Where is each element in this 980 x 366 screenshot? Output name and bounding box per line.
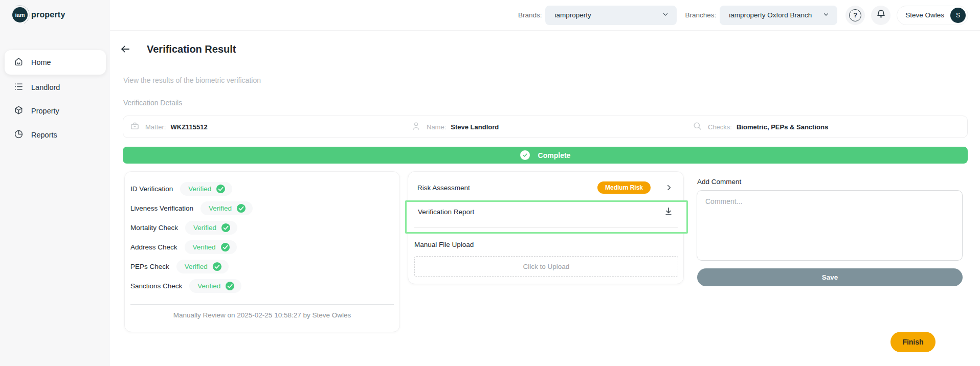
matter-field: Matter: WKZ115512 <box>123 116 405 138</box>
add-comment-label: Add Comment <box>697 178 741 186</box>
sidebar-item-property[interactable]: Property <box>5 99 106 123</box>
brands-label: Brands: <box>518 11 542 19</box>
verified-badge: Verified <box>185 240 237 254</box>
details-section-label: Verification Details <box>123 99 182 107</box>
download-icon <box>663 206 674 217</box>
check-label: ID Verification <box>130 185 173 193</box>
upload-button-label: Click to Upload <box>523 263 570 270</box>
notifications-button[interactable] <box>871 6 890 25</box>
check-label: PEPs Check <box>130 263 169 270</box>
verification-report-label: Verification Report <box>418 208 474 216</box>
sidebar-item-label: Property <box>31 107 59 115</box>
check-circle-icon <box>216 184 226 194</box>
search-icon <box>693 121 702 133</box>
risk-assessment-label: Risk Assessment <box>417 184 470 192</box>
verified-label: Verified <box>193 243 216 251</box>
verified-badge: Verified <box>201 201 253 215</box>
check-circle-icon <box>225 281 235 291</box>
checks-label: Checks: <box>708 123 732 131</box>
divider <box>130 304 394 305</box>
verified-badge: Verified <box>185 221 237 235</box>
verified-badge: Verified <box>180 182 232 196</box>
check-circle-icon <box>220 242 230 252</box>
risk-level-badge: Medium Risk <box>597 181 651 194</box>
check-label: Sanctions Check <box>130 282 182 290</box>
avatar: S <box>950 8 966 23</box>
chevron-down-icon <box>662 11 669 19</box>
back-button[interactable] <box>120 43 132 56</box>
check-row: Mortality Check Verified <box>130 218 394 237</box>
chevron-down-icon <box>822 11 830 19</box>
risk-assessment-row[interactable]: Risk Assessment Medium Risk <box>417 177 673 198</box>
verified-label: Verified <box>209 204 232 212</box>
verification-report-row[interactable]: Verification Report <box>405 200 688 234</box>
branches-select-value: iamproperty Oxford Branch <box>729 11 812 19</box>
checks-list: ID Verification Verified Liveness Verifi… <box>130 179 394 295</box>
divider <box>414 227 678 227</box>
home-icon <box>14 57 24 68</box>
check-circle-icon <box>221 223 231 233</box>
name-field: Name: Steve Landlord <box>405 116 686 138</box>
topbar: Brands: iamproperty Branches: iampropert… <box>110 0 980 31</box>
click-to-upload-button[interactable]: Click to Upload <box>414 256 678 277</box>
brands-select-value: iamproperty <box>554 11 591 19</box>
user-menu[interactable]: Steve Owles S <box>897 6 968 25</box>
pie-chart-icon <box>14 129 24 141</box>
help-button[interactable]: ? <box>845 6 865 25</box>
sidebar-item-label: Home <box>31 58 51 66</box>
verification-checks-card: ID Verification Verified Liveness Verifi… <box>124 171 400 332</box>
name-value: Steve Landlord <box>451 123 499 131</box>
status-banner-label: Complete <box>538 151 571 159</box>
check-row: Address Check Verified <box>130 237 394 257</box>
logo-wordmark: property <box>31 10 65 19</box>
page-subtitle: View the results of the biometric verifi… <box>123 76 261 84</box>
comment-input[interactable] <box>697 190 963 261</box>
bell-icon <box>876 9 886 21</box>
iamproperty-logo: iam property <box>12 7 65 22</box>
check-row: Sanctions Check Verified <box>130 276 394 295</box>
save-button[interactable]: Save <box>697 268 963 286</box>
verified-label: Verified <box>188 185 211 193</box>
verified-badge: Verified <box>176 260 229 273</box>
brands-select[interactable]: iamproperty <box>545 6 677 25</box>
check-circle-icon <box>212 262 222 271</box>
check-circle-icon <box>520 150 530 160</box>
check-label: Mortality Check <box>130 224 178 232</box>
manual-file-upload-label: Manual File Upload <box>414 241 474 248</box>
matter-value: WKZ115512 <box>170 123 207 131</box>
check-label: Address Check <box>130 243 177 251</box>
download-report-button[interactable] <box>663 206 674 217</box>
check-circle-icon <box>236 203 246 213</box>
list-icon <box>14 82 24 93</box>
verified-label: Verified <box>185 263 208 270</box>
sidebar-item-home[interactable]: Home <box>5 50 106 75</box>
finish-button[interactable]: Finish <box>890 332 936 352</box>
briefcase-icon <box>130 121 140 133</box>
verified-label: Verified <box>193 224 216 232</box>
chevron-right-icon <box>665 184 673 192</box>
sidebar-item-reports[interactable]: Reports <box>5 123 106 147</box>
name-label: Name: <box>427 123 446 131</box>
check-row: ID Verification Verified <box>130 179 394 198</box>
check-row: Liveness Verification Verified <box>130 198 394 218</box>
manual-review-note: Manually Review on 2025-02-25 10:58:27 b… <box>130 311 394 319</box>
app-window: iam property Home Landlord <box>0 0 980 366</box>
page-title: Verification Result <box>147 43 236 55</box>
check-label: Liveness Verification <box>130 204 193 212</box>
help-icon: ? <box>849 9 861 21</box>
sidebar-item-landlord[interactable]: Landlord <box>5 75 106 100</box>
status-banner: Complete <box>123 147 968 164</box>
user-name: Steve Owles <box>905 11 944 19</box>
branches-select[interactable]: iamproperty Oxford Branch <box>720 6 837 25</box>
person-icon <box>411 121 421 133</box>
sidebar-item-label: Reports <box>31 131 57 139</box>
matter-label: Matter: <box>145 123 166 131</box>
sidebar: iam property Home Landlord <box>0 0 110 366</box>
check-row: PEPs Check Verified <box>130 257 394 276</box>
checks-value: Biometric, PEPs & Sanctions <box>737 123 828 131</box>
sidebar-item-label: Landlord <box>31 83 60 92</box>
checks-field: Checks: Biometric, PEPs & Sanctions <box>686 116 967 138</box>
cube-icon <box>14 105 24 117</box>
verified-badge: Verified <box>189 279 241 293</box>
verified-label: Verified <box>197 282 220 290</box>
